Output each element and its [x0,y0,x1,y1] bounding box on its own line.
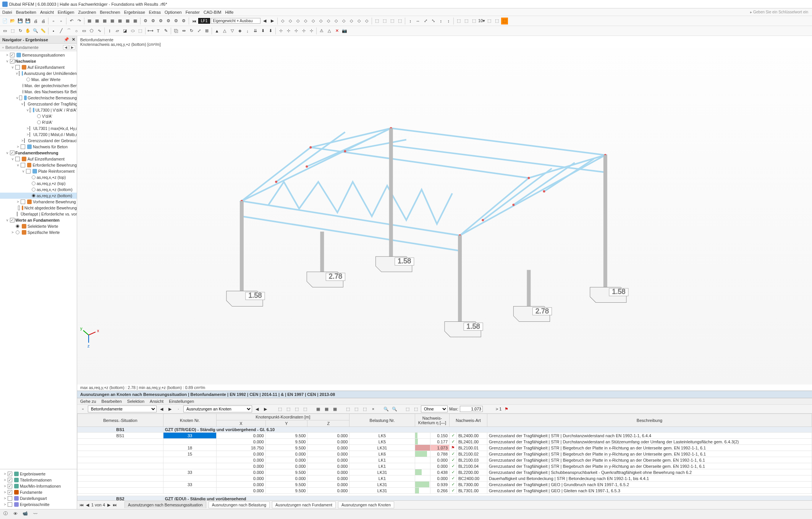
tool6-icon[interactable]: ⬚ [493,18,500,24]
res2-icon[interactable]: ↔ [414,18,421,24]
calc6-icon[interactable]: ⚙ [180,18,187,24]
table-row[interactable]: 0.0009.5000.000LK310.266✓BL7301.00Grenzz… [78,488,812,494]
max-value-input[interactable] [460,406,483,412]
g1-icon[interactable]: ⬚ [277,405,283,412]
expander-icon[interactable]: v [16,163,20,167]
page-icon[interactable]: ▫ [50,18,57,24]
checkbox[interactable] [10,59,15,63]
p2-icon[interactable]: ⬚ [353,405,360,412]
array-icon[interactable]: ⊞ [203,28,210,34]
tool3-icon[interactable]: ⬚ [471,18,477,24]
expander-icon[interactable]: > [27,127,29,130]
checkbox[interactable] [21,144,25,149]
circle-icon[interactable]: ○ [73,28,80,34]
expander-icon[interactable]: v [27,108,29,112]
calc1-icon[interactable]: ⚙ [142,18,149,24]
stop-icon[interactable]: ✕ [333,28,340,34]
radio[interactable] [37,120,41,124]
tree-item[interactable]: as,req,y,+z (top) [0,180,77,187]
print2-icon[interactable]: 🖨 [40,18,47,24]
tree-item[interactable]: vErforderliche Bewehrung [0,162,77,168]
tab-0[interactable]: Ausnutzungen nach Bemessungssituation [125,501,206,508]
expander-icon[interactable]: > [21,139,23,143]
tree-item[interactable]: >UL7200 | Mdst,d / Mstb,d [0,131,77,138]
disp3-icon[interactable]: ⬚ [389,18,396,24]
nav-next-icon[interactable]: ▶ [167,405,173,412]
results-table-wrap[interactable]: Bemess.-Situation Knoten Nr. Knotenpunkt… [77,414,812,500]
rmenu-selektion[interactable]: Selektion [127,399,144,404]
node-icon[interactable]: • [50,28,57,34]
checkbox[interactable] [24,138,25,143]
g4-icon[interactable]: ⬚ [302,405,309,412]
view1-icon[interactable]: ◇ [279,18,286,24]
scale-icon[interactable]: ⤢ [196,28,202,34]
grid7-icon[interactable]: ▦ [132,18,139,24]
arc-icon[interactable]: ⌒ [65,28,72,34]
nav-tree-bottom[interactable]: >Ergebniswerte>Titelinformationen>Max/Mi… [0,469,77,509]
checkbox[interactable] [19,71,20,76]
table-row[interactable]: 330.0009.5000.000LK310.939✓BL7300.00Gren… [78,482,812,488]
th-type[interactable]: Nachweis-Art [450,414,487,427]
video-icon[interactable]: 📹 [22,511,28,517]
snap2-icon[interactable]: ⊹ [285,28,292,34]
pin-icon[interactable]: 📌 [64,37,69,42]
expander-icon[interactable]: > [3,490,7,494]
checkbox[interactable] [8,484,12,488]
checkbox[interactable] [10,218,15,222]
load4-icon[interactable]: ⬇ [267,28,274,34]
tree-item[interactable]: >Darstellungsart [0,495,77,501]
th-coords[interactable]: Knotenpunkt-Koordinaten [m] [217,414,349,420]
menu-optionen[interactable]: Optionen [165,10,182,15]
expander-icon[interactable]: v [16,71,18,75]
tree-item[interactable]: >Grenzzustand der Gebrauchstauglich... [0,138,77,144]
warn-icon[interactable]: ⚠ [318,28,325,34]
expander-icon[interactable]: v [11,65,15,69]
view10-icon[interactable]: ◇ [348,18,355,24]
nav-prev-icon[interactable]: ◀ [63,45,69,50]
rot-icon[interactable]: ↻ [17,28,24,34]
th-lc[interactable]: Belastung Nr. [349,414,415,427]
tree-item[interactable]: >UL7301 | max(Hx,d, Hy,d) / Rp,d [0,125,77,131]
c3-icon[interactable]: ▦ [332,405,338,412]
checkbox[interactable] [21,199,25,204]
expander-icon[interactable]: v [21,102,23,106]
radio[interactable] [37,114,41,118]
res4-icon[interactable]: ⤡ [430,18,437,24]
sup3-icon[interactable]: ▽ [229,28,236,34]
page-last-icon[interactable]: ⏭ [113,503,117,507]
tree-item[interactable]: Nicht abgedeckte Bewehrung [0,205,77,211]
sup2-icon[interactable]: △ [221,28,228,34]
checkbox[interactable] [8,496,12,501]
table-row[interactable]: 1818.7509.5000.000LK311.073⚑BL2100.01Gre… [78,445,812,451]
snap3-icon[interactable]: ⊹ [293,28,299,34]
tree-item[interactable]: >Fundamente [0,489,77,495]
disp2-icon[interactable]: ⬚ [381,18,388,24]
table-row[interactable]: 0.0000.0000.000LK10.000✓BL2100.03Grenzzu… [78,457,812,463]
viewport-3d[interactable]: 1.58 2.78 1.58 1.58 2.78 1.58 x y z [77,48,812,384]
tree-item[interactable]: vFundamentbewehrung [0,150,77,156]
pan-icon[interactable]: ✋ [24,28,31,34]
tab-1[interactable]: Ausnutzungen nach Belastung [209,501,270,508]
tree-item[interactable]: vAusnutzung der Umhüllenden [0,70,77,76]
menu-fenster[interactable]: Fenster [186,10,200,15]
f1-icon[interactable]: ⬚ [404,405,411,412]
c1-icon[interactable]: ▦ [315,405,322,412]
radio[interactable] [23,84,23,88]
err-icon[interactable]: △ [326,28,333,34]
checkbox[interactable] [8,472,12,476]
snap5-icon[interactable]: ⊹ [308,28,315,34]
tool5-icon[interactable]: ⬚ [486,18,493,24]
calc5-icon[interactable]: ⚙ [173,18,180,24]
calc4-icon[interactable]: ⚙ [165,18,172,24]
tree-item[interactable]: >Spezifische Werte [0,229,77,235]
tree-item[interactable]: Max. der geotechnischen Bemessung [0,83,77,89]
zoom-icon[interactable]: 🔍 [32,28,39,34]
copy-icon[interactable]: ⿻ [173,28,180,34]
disp1-icon[interactable]: ⬚ [374,18,380,24]
nav-next-icon[interactable]: ▶ [269,18,276,24]
menu-extras[interactable]: Extras [149,10,161,15]
nav-first-icon[interactable]: ⏮ [191,18,197,24]
nav-filter[interactable]: ▫ Betonfundamente ◀ ▶ [0,44,77,51]
res3-icon[interactable]: ⤢ [422,18,429,24]
lf-combo[interactable]: Eigengewicht + Ausbau [211,18,260,24]
